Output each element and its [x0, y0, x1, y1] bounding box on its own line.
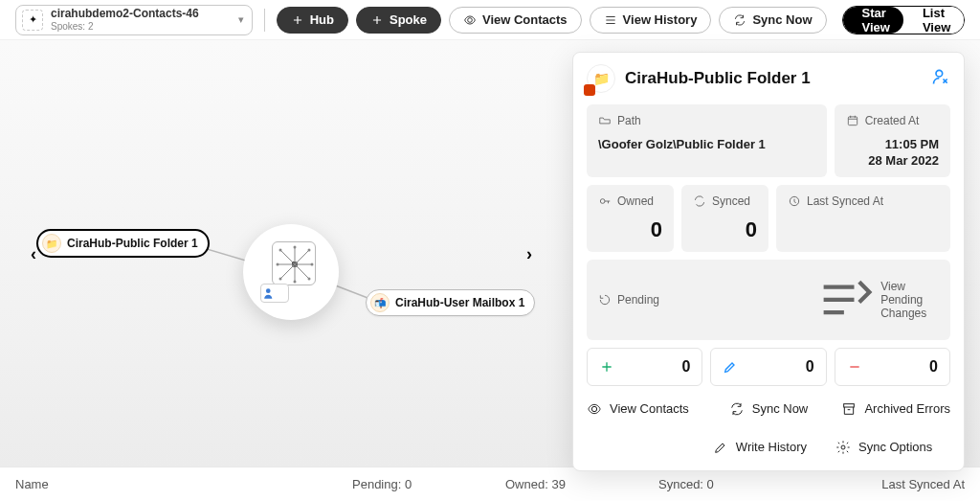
col-synced[interactable]: Synced: 0 — [658, 477, 812, 491]
pending-icon — [598, 293, 612, 307]
synced-label: Synced — [712, 194, 750, 208]
spoke-public-folder[interactable]: 📁 CiraHub-Public Folder 1 — [36, 229, 210, 258]
office-badge-icon — [584, 84, 595, 96]
path-card: Path \Goofer Golz\Public Folder 1 — [587, 104, 827, 177]
list-view-tab[interactable]: List View — [903, 7, 964, 34]
svg-line-11 — [295, 264, 309, 279]
pending-link-label: View Pending Changes — [880, 280, 939, 320]
edit-icon — [713, 440, 728, 455]
pencil-icon — [723, 359, 738, 375]
svg-point-21 — [294, 281, 297, 284]
table-header: Name Pending: 0 Owned: 39 Synced: 0 Last… — [0, 467, 980, 501]
pending-card: Pending View Pending Changes — [587, 260, 950, 340]
canvas-area: ‹ › 📁 CiraHub-Public Folder 1 📬 — [0, 40, 980, 467]
folder-icon: 📁 — [42, 234, 61, 253]
clock-icon — [788, 194, 801, 208]
delete-button[interactable] — [931, 67, 950, 90]
svg-point-30 — [841, 445, 845, 449]
col-name[interactable]: Name — [15, 477, 352, 491]
svg-point-27 — [600, 199, 605, 204]
panel-sync-now-button[interactable]: Sync Now — [711, 401, 826, 417]
user-x-icon — [931, 67, 950, 86]
panel-view-contacts-button[interactable]: View Contacts — [587, 401, 702, 417]
svg-point-20 — [294, 246, 297, 249]
panel-sync-now-label: Sync Now — [752, 401, 809, 416]
created-time: 11:05 PM — [846, 137, 939, 151]
hub-node[interactable] — [243, 224, 339, 320]
sync-now-button[interactable]: Sync Now — [719, 7, 826, 34]
plus-icon — [370, 13, 384, 27]
svg-line-10 — [280, 264, 295, 279]
panel-write-history-button[interactable]: Write History — [587, 440, 826, 455]
archive-icon — [841, 401, 857, 417]
chevron-right-icon: › — [526, 243, 532, 262]
view-contacts-button[interactable]: View Contacts — [449, 7, 582, 34]
last-synced-label: Last Synced At — [807, 194, 883, 208]
panel-sync-options-label: Sync Options — [858, 440, 932, 454]
plus-icon — [291, 13, 304, 27]
svg-line-8 — [280, 250, 295, 264]
pending-added-card: 0 — [587, 348, 702, 386]
svg-line-9 — [295, 250, 309, 264]
spoke-label: CiraHub-Public Folder 1 — [67, 237, 198, 250]
svg-point-19 — [308, 278, 311, 281]
panel-view-contacts-label: View Contacts — [610, 401, 689, 416]
canvas-prev-button[interactable]: ‹ — [31, 243, 36, 263]
eye-icon — [587, 401, 602, 417]
detail-panel: 📁 CiraHub-Public Folder 1 Path \Goofer G… — [572, 52, 965, 471]
sync-icon — [693, 194, 706, 208]
pending-edited-value: 0 — [806, 358, 814, 376]
add-hub-label: Hub — [310, 12, 334, 27]
created-at-card: Created At 11:05 PM 28 Mar 2022 — [835, 104, 950, 177]
toolbar: ✦ cirahubdemo2-Contacts-46 Spokes: 2 ▾ H… — [0, 0, 980, 40]
hub-graphic-icon — [272, 241, 316, 285]
separator — [264, 9, 265, 32]
add-spoke-button[interactable]: Spoke — [356, 7, 441, 34]
path-label: Path — [617, 114, 641, 127]
view-history-button[interactable]: View History — [590, 7, 712, 34]
hub-icon: ✦ — [22, 10, 43, 31]
sync-now-label: Sync Now — [752, 12, 812, 27]
list-view-label: List View — [923, 6, 950, 34]
pending-added-value: 0 — [681, 358, 690, 376]
minus-icon — [847, 359, 862, 375]
star-view-tab[interactable]: Star View — [843, 7, 903, 34]
pending-removed-card: 0 — [835, 348, 950, 386]
svg-point-17 — [308, 249, 311, 252]
created-date: 28 Mar 2022 — [846, 153, 939, 168]
svg-point-23 — [311, 263, 314, 266]
panel-archived-label: Archived Errors — [864, 401, 950, 416]
col-owned[interactable]: Owned: 39 — [505, 477, 658, 491]
breadcrumb[interactable]: ✦ cirahubdemo2-Contacts-46 Spokes: 2 ▾ — [15, 5, 253, 35]
panel-sync-options-button[interactable]: Sync Options — [835, 440, 950, 455]
panel-title: CiraHub-Public Folder 1 — [625, 69, 922, 88]
owned-value: 0 — [598, 217, 662, 242]
panel-write-history-label: Write History — [736, 440, 807, 454]
svg-point-24 — [266, 288, 271, 293]
path-value: \Goofer Golz\Public Folder 1 — [598, 137, 815, 151]
spoke-label: CiraHub-User Mailbox 1 — [395, 296, 524, 309]
spoke-user-mailbox[interactable]: 📬 CiraHub-User Mailbox 1 — [366, 289, 535, 316]
mailbox-icon: 📬 — [370, 293, 390, 312]
changes-icon — [813, 269, 875, 330]
synced-card: Synced 0 — [681, 185, 768, 252]
breadcrumb-sub: Spokes: 2 — [51, 21, 199, 32]
svg-rect-29 — [844, 403, 855, 406]
owned-card: Owned 0 — [587, 185, 674, 252]
canvas-next-button[interactable]: › — [526, 243, 532, 263]
pending-label: Pending — [617, 293, 659, 307]
svg-point-25 — [936, 70, 943, 77]
view-pending-changes-link[interactable]: View Pending Changes — [813, 269, 939, 330]
synced-value: 0 — [693, 217, 757, 242]
col-pending[interactable]: Pending: 0 — [352, 477, 505, 491]
owned-label: Owned — [617, 194, 654, 208]
col-last[interactable]: Last Synced At — [812, 477, 965, 491]
svg-point-22 — [277, 263, 279, 266]
folder-icon: 📁 — [587, 64, 615, 93]
star-view-label: Star View — [862, 6, 890, 34]
svg-point-16 — [279, 249, 282, 252]
pending-removed-value: 0 — [929, 358, 938, 376]
add-hub-button[interactable]: Hub — [277, 7, 348, 34]
panel-archived-errors-button[interactable]: Archived Errors — [835, 401, 950, 417]
calendar-icon — [846, 114, 859, 127]
